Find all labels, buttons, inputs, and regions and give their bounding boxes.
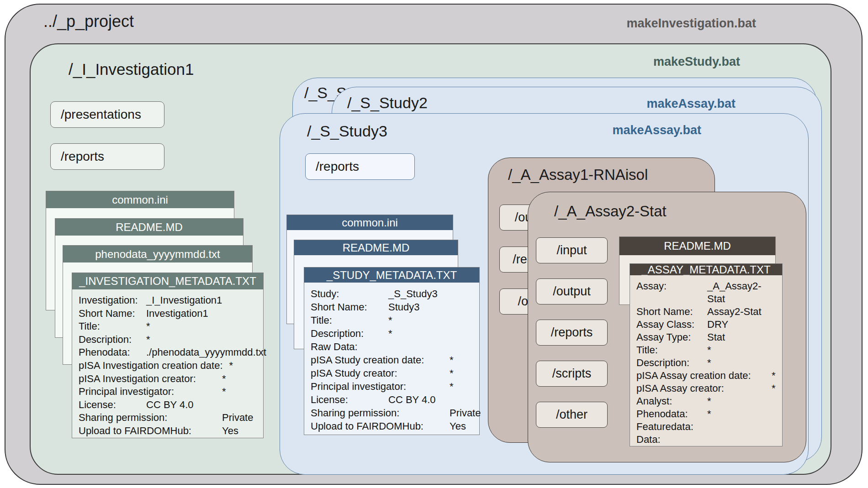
metadata-key: pISA Study creator: (311, 367, 443, 380)
study-metadata-card: _STUDY_METADATA.TXT Study:_S_Study3Short… (304, 267, 480, 435)
make-assay-script-label-study3: makeAssay.bat (528, 123, 701, 137)
metadata-line: Sharing permission:Private (304, 406, 479, 420)
metadata-value: Yes (222, 425, 238, 438)
metadata-value: * (146, 320, 150, 333)
metadata-value: _S_Study3 (388, 287, 438, 300)
metadata-value: * (222, 385, 226, 399)
file-card-title: common.ini (46, 191, 234, 208)
metadata-line: Sharing permission:Private (72, 411, 263, 425)
metadata-key: Principal investigator: (79, 385, 216, 399)
assay2-title: /_A_Assay2-Stat (554, 203, 667, 220)
metadata-value: * (450, 367, 454, 380)
metadata-value: Assay2-Stat (707, 305, 762, 318)
metadata-line: Phenodata:./phenodata_yyyymmdd.txt (72, 346, 263, 359)
metadata-key: Title: (79, 320, 146, 333)
metadata-key: Assay Type: (636, 331, 707, 344)
metadata-key: Assay: (636, 280, 707, 293)
metadata-line: Description:* (304, 327, 479, 340)
metadata-value: * (707, 408, 711, 420)
metadata-value: _A_Assay2-Stat (707, 280, 776, 305)
metadata-value: * (146, 333, 150, 346)
metadata-key: Upload to FAIRDOMHub: (79, 425, 216, 438)
metadata-key: Description: (636, 357, 707, 369)
metadata-key: Short Name: (311, 300, 388, 314)
metadata-key: Analyst: (636, 395, 707, 408)
metadata-value: Investigation1 (146, 307, 208, 320)
metadata-line: Short Name:Investigation1 (72, 307, 263, 320)
study3-folders: /reports (305, 153, 415, 180)
metadata-line: Phenodata:* (630, 408, 782, 420)
folder-other: /other (536, 402, 608, 428)
metadata-line: Short Name:Study3 (304, 300, 479, 314)
metadata-line: Assay Class:DRY (630, 318, 782, 331)
metadata-line: Investigation:_I_Investigation1 (72, 294, 263, 307)
metadata-value: * (772, 382, 776, 395)
metadata-key: Sharing permission: (311, 406, 443, 420)
metadata-value: * (450, 380, 454, 393)
metadata-key: Short Name: (636, 305, 707, 318)
folder-scripts: /scripts (536, 361, 608, 387)
assay2-folders: /input/output/reports/scripts/other (536, 237, 608, 428)
metadata-value: Stat (707, 331, 725, 344)
metadata-card-title: _ASSAY_METADATA.TXT (630, 264, 782, 275)
pisa-tree-diagram: ../_p_project /_I_Investigation1 /_S_Stu… (0, 0, 868, 488)
metadata-lines: Investigation:_I_Investigation1Short Nam… (72, 289, 263, 438)
metadata-lines: Study:_S_Study3Short Name:Study3Title:*D… (304, 283, 479, 435)
metadata-line: pISA Assay creator:* (630, 382, 782, 395)
metadata-key: Phenodata: (636, 408, 707, 420)
metadata-line: Raw Data: (304, 340, 479, 353)
metadata-line: Principal investigator:* (72, 385, 263, 399)
make-study-script-label: makeStudy.bat (566, 55, 740, 69)
file-card-title: README.MD (55, 219, 243, 236)
folder-output: /output (536, 278, 608, 304)
metadata-key: pISA Investigation creator: (79, 373, 216, 386)
metadata-key: Study: (311, 287, 388, 300)
metadata-key: Upload to FAIRDOMHub: (311, 420, 443, 433)
file-card-title: README.MD (294, 240, 458, 255)
metadata-key: Description: (79, 333, 146, 346)
metadata-key: Featuredata: (636, 420, 707, 433)
file-card-title: README.MD (619, 237, 775, 255)
metadata-line: pISA Investigation creation date:* (72, 359, 263, 373)
metadata-line: Title:* (630, 344, 782, 357)
folder-reports: /reports (50, 143, 164, 170)
metadata-line: pISA Investigation creator:* (72, 373, 263, 386)
metadata-value: Private (222, 411, 253, 425)
investigation-title: /_I_Investigation1 (69, 60, 194, 79)
metadata-card-title: _INVESTIGATION_METADATA.TXT (72, 273, 263, 289)
metadata-line: Title:* (72, 320, 263, 333)
metadata-line: pISA Study creation date:* (304, 353, 479, 367)
metadata-value: ./phenodata_yyyymmdd.txt (146, 346, 266, 359)
metadata-value: Study3 (388, 300, 420, 314)
investigation-metadata-card: _INVESTIGATION_METADATA.TXT Investigatio… (72, 273, 264, 438)
metadata-key: pISA Assay creation date: (636, 369, 765, 382)
study2-title: /_S_Study2 (347, 94, 428, 112)
metadata-line: Assay Type:Stat (630, 331, 782, 344)
folder-input: /input (536, 237, 608, 263)
metadata-key: Investigation: (79, 294, 146, 307)
investigation-folders: /presentations/reports (50, 101, 164, 170)
metadata-line: Upload to FAIRDOMHub:Yes (72, 425, 263, 438)
metadata-value: CC BY 4.0 (388, 393, 436, 406)
metadata-key: Title: (311, 314, 388, 327)
metadata-line: Upload to FAIRDOMHub:Yes (304, 420, 479, 433)
folder-presentations: /presentations (50, 101, 164, 128)
folder-reports: /reports (536, 320, 608, 346)
metadata-line: Short Name:Assay2-Stat (630, 305, 782, 318)
metadata-line: Principal investigator:* (304, 380, 479, 393)
file-card-title: phenodata_yyyymmdd.txt (63, 246, 252, 262)
metadata-key: pISA Assay creator: (636, 382, 765, 395)
metadata-line: License:CC BY 4.0 (72, 399, 263, 412)
assay-metadata-card: _ASSAY_METADATA.TXT Assay:_A_Assay2-Stat… (630, 263, 783, 446)
metadata-key: pISA Study creation date: (311, 353, 443, 367)
metadata-card-title: _STUDY_METADATA.TXT (304, 268, 479, 283)
metadata-line: Title:* (304, 314, 479, 327)
metadata-key: Principal investigator: (311, 380, 443, 393)
metadata-line: Study:_S_Study3 (304, 287, 479, 300)
metadata-key: Assay Class: (636, 318, 707, 331)
metadata-value: * (450, 353, 454, 367)
metadata-value: * (772, 369, 776, 382)
metadata-value: CC BY 4.0 (146, 399, 194, 412)
metadata-value: Yes (450, 420, 466, 433)
metadata-key: Short Name: (79, 307, 146, 320)
